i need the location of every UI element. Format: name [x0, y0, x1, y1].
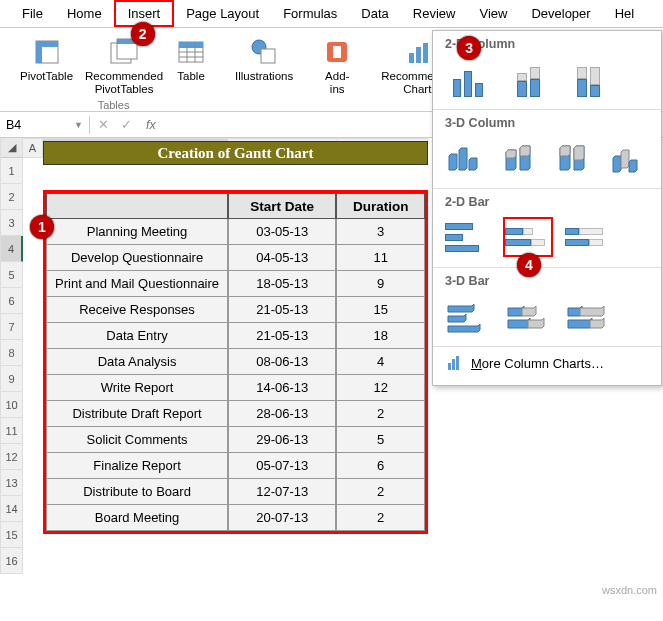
pivottable-label: PivotTable — [20, 70, 73, 83]
table-row[interactable]: Planning Meeting03-05-133 — [46, 219, 425, 245]
svg-marker-52 — [508, 318, 530, 328]
stacked-column-button[interactable] — [505, 61, 551, 97]
svg-marker-44 — [613, 156, 621, 172]
table-cell: Finalize Report — [46, 453, 228, 479]
pivottable-button[interactable]: PivotTable — [14, 34, 79, 97]
3d-100pct-stacked-bar-button[interactable] — [565, 298, 611, 334]
tab-view[interactable]: View — [467, 2, 519, 27]
3d-clustered-column-button[interactable] — [445, 140, 486, 176]
cancel-icon[interactable]: ✕ — [98, 117, 109, 132]
table-cell: 28-06-13 — [228, 401, 336, 427]
table-row[interactable]: Distribute Draft Report28-06-132 — [46, 401, 425, 427]
row-header[interactable]: 4 — [0, 236, 23, 262]
tab-formulas[interactable]: Formulas — [271, 2, 349, 27]
svg-rect-17 — [416, 47, 421, 63]
svg-rect-7 — [179, 42, 203, 48]
header-startdate: Start Date — [228, 193, 336, 219]
chart-type-dropdown: 2-D Column 3-D Column 2-D Bar 4 3-D Bar — [432, 30, 662, 386]
recommended-pivottables-label: Recommended PivotTables — [85, 70, 163, 95]
row-header[interactable]: 14 — [0, 496, 23, 522]
row-header[interactable]: 11 — [0, 418, 23, 444]
select-all-corner[interactable]: ◢ — [0, 138, 23, 158]
row-header[interactable]: 7 — [0, 314, 23, 340]
tab-file[interactable]: File — [10, 2, 55, 27]
table-cell: 18 — [336, 323, 425, 349]
100pct-stacked-column-button[interactable] — [565, 61, 611, 97]
addins-icon — [321, 36, 353, 68]
3d-column-button[interactable] — [609, 140, 650, 176]
table-cell: 15 — [336, 297, 425, 323]
table-row[interactable]: Solicit Comments29-06-135 — [46, 427, 425, 453]
table-cell: Data Entry — [46, 323, 228, 349]
row-header[interactable]: 1 — [0, 158, 23, 184]
row-header[interactable]: 12 — [0, 444, 23, 470]
svg-marker-48 — [448, 314, 466, 322]
table-cell: Planning Meeting — [46, 219, 228, 245]
name-box[interactable]: B4 ▼ — [0, 116, 90, 134]
illustrations-button[interactable]: Illustrations — [229, 34, 299, 85]
table-cell: 18-05-13 — [228, 271, 336, 297]
table-row[interactable]: Receive Responses21-05-1315 — [46, 297, 425, 323]
row-header[interactable]: 8 — [0, 340, 23, 366]
100pct-stacked-bar-button[interactable] — [565, 219, 611, 255]
3d-stacked-column-button[interactable] — [500, 140, 541, 176]
table-row[interactable]: Board Meeting20-07-132 — [46, 505, 425, 531]
enter-icon[interactable]: ✓ — [121, 117, 132, 132]
more-column-charts-button[interactable]: More Column Charts… — [433, 347, 661, 379]
row-header[interactable]: 5 — [0, 262, 23, 288]
addins-button[interactable]: Add- ins — [315, 34, 359, 97]
tab-home[interactable]: Home — [55, 2, 114, 27]
pivottable-icon — [31, 36, 63, 68]
tab-developer[interactable]: Developer — [519, 2, 602, 27]
tab-data[interactable]: Data — [349, 2, 400, 27]
table-row[interactable]: Finalize Report05-07-136 — [46, 453, 425, 479]
row-header[interactable]: 6 — [0, 288, 23, 314]
row-header[interactable]: 15 — [0, 522, 23, 548]
row-header[interactable]: 9 — [0, 366, 23, 392]
group-addins: Add- ins — [309, 34, 365, 111]
table-cell: 12-07-13 — [228, 479, 336, 505]
tab-review[interactable]: Review — [401, 2, 468, 27]
3d-stacked-bar-button[interactable] — [505, 298, 551, 334]
table-row[interactable]: Develop Questionnaire04-05-1311 — [46, 245, 425, 271]
svg-marker-41 — [560, 146, 570, 156]
data-table: 1 Start Date Duration Planning Meeting03… — [43, 190, 428, 534]
tab-insert-label: Insert — [128, 6, 161, 21]
table-row[interactable]: Distribute to Board12-07-132 — [46, 479, 425, 505]
row-header[interactable]: 13 — [0, 470, 23, 496]
fx-label[interactable]: fx — [140, 118, 156, 132]
row-header[interactable]: 2 — [0, 184, 23, 210]
section-3d-bar: 3-D Bar — [433, 268, 661, 290]
table-row[interactable]: Data Entry21-05-1318 — [46, 323, 425, 349]
marker-2: 2 — [131, 22, 155, 46]
tab-help[interactable]: Hel — [603, 2, 647, 27]
col-header-A[interactable]: A — [23, 138, 43, 158]
table-row[interactable]: Data Analysis08-06-134 — [46, 349, 425, 375]
3d-clustered-bar-button[interactable] — [445, 298, 491, 334]
table-cell: 05-07-13 — [228, 453, 336, 479]
3d-100pct-stacked-column-button[interactable] — [554, 140, 595, 176]
row-header[interactable]: 10 — [0, 392, 23, 418]
table-cell: 5 — [336, 427, 425, 453]
marker-4: 4 — [517, 253, 541, 277]
tab-pagelayout[interactable]: Page Layout — [174, 2, 271, 27]
table-row[interactable]: Write Report14-06-1312 — [46, 375, 425, 401]
clustered-column-button[interactable] — [445, 61, 491, 97]
table-cell: 9 — [336, 271, 425, 297]
svg-marker-47 — [448, 304, 474, 312]
table-cell: Data Analysis — [46, 349, 228, 375]
table-cell: 20-07-13 — [228, 505, 336, 531]
table-cell: Write Report — [46, 375, 228, 401]
recommended-pivottables-button[interactable]: Recommended PivotTables — [79, 34, 169, 97]
table-button[interactable]: Table — [169, 34, 213, 97]
group-tables: PivotTable Recommended PivotTables Table… — [8, 34, 219, 111]
svg-marker-35 — [469, 158, 477, 170]
stacked-bar-button[interactable]: 4 — [505, 219, 551, 255]
svg-rect-16 — [409, 53, 414, 63]
row-header[interactable]: 3 — [0, 210, 23, 236]
table-cell: 3 — [336, 219, 425, 245]
clustered-bar-button[interactable] — [445, 219, 491, 255]
tab-insert[interactable]: Insert 2 — [114, 0, 175, 27]
table-row[interactable]: Print and Mail Questionnaire18-05-139 — [46, 271, 425, 297]
row-header[interactable]: 16 — [0, 548, 23, 574]
